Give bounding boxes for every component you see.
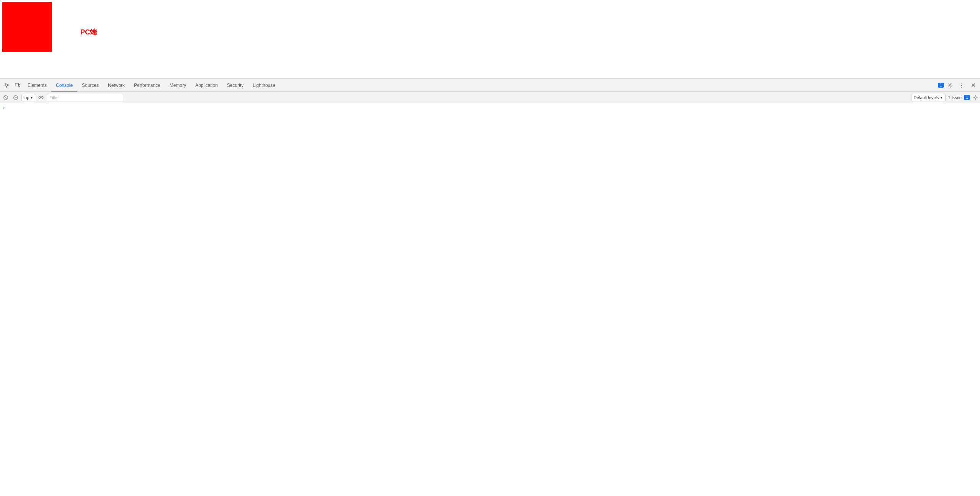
tab-elements[interactable]: Elements xyxy=(23,79,51,92)
badge-count: 1 xyxy=(938,83,944,88)
devtools-tabs: Elements Console Sources Network Perform… xyxy=(23,79,938,92)
svg-line-4 xyxy=(5,96,7,99)
inspect-element-icon[interactable] xyxy=(2,80,12,91)
settings-icon[interactable] xyxy=(945,80,956,91)
devtools-panel: Elements Console Sources Network Perform… xyxy=(0,78,980,496)
svg-point-9 xyxy=(975,96,976,98)
dropdown-arrow-icon: ▼ xyxy=(30,96,33,100)
default-levels-label: Default levels xyxy=(914,95,939,100)
tab-security[interactable]: Security xyxy=(222,79,248,92)
tab-performance[interactable]: Performance xyxy=(129,79,165,92)
device-toolbar-icon[interactable] xyxy=(12,80,23,91)
tab-memory[interactable]: Memory xyxy=(165,79,191,92)
issues-badge: 1 Issue: 1 xyxy=(948,95,970,100)
tab-lighthouse[interactable]: Lighthouse xyxy=(248,79,280,92)
devtools-toolbar: Elements Console Sources Network Perform… xyxy=(0,79,980,92)
red-box xyxy=(2,2,52,52)
console-settings-icon[interactable] xyxy=(972,95,978,101)
console-filter-input[interactable] xyxy=(47,94,123,101)
issues-count: 1 xyxy=(964,95,970,100)
default-levels-dropdown[interactable]: Default levels ▼ xyxy=(911,94,946,101)
default-levels-arrow-icon: ▼ xyxy=(940,96,943,100)
close-devtools-button[interactable]: ✕ xyxy=(968,80,978,91)
more-options-icon[interactable]: ⋮ xyxy=(956,80,967,91)
page-content: PC端 xyxy=(0,0,980,78)
console-toolbar: top ▼ Default levels ▼ 1 Issue: 1 xyxy=(0,92,980,103)
tab-console[interactable]: Console xyxy=(51,79,77,92)
top-frame-label: top xyxy=(23,95,29,100)
console-right-controls: Default levels ▼ 1 Issue: 1 xyxy=(911,94,979,101)
hide-network-button[interactable] xyxy=(11,93,20,102)
watch-expressions-icon[interactable] xyxy=(37,93,45,102)
tab-sources[interactable]: Sources xyxy=(77,79,103,92)
tab-network[interactable]: Network xyxy=(103,79,129,92)
svg-rect-1 xyxy=(19,84,20,86)
pc-label: PC端 xyxy=(80,28,97,37)
console-content: › xyxy=(0,103,980,496)
devtools-right-icons: 1 ⋮ ✕ xyxy=(938,80,978,91)
top-frame-dropdown[interactable]: top ▼ xyxy=(21,94,35,101)
svg-point-8 xyxy=(40,97,42,98)
tab-application[interactable]: Application xyxy=(191,79,222,92)
issues-label: 1 Issue: xyxy=(948,95,963,100)
clear-console-button[interactable] xyxy=(2,93,10,102)
svg-point-2 xyxy=(949,84,951,86)
console-prompt-row[interactable]: › xyxy=(0,103,980,112)
svg-rect-0 xyxy=(15,83,19,86)
console-prompt-chevron-icon: › xyxy=(3,105,5,110)
